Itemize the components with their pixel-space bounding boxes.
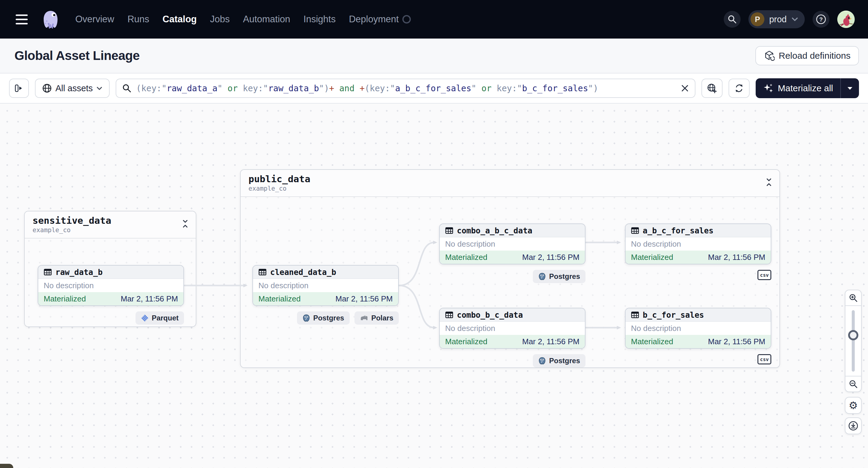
status-timestamp: Mar 2, 11:56 PM: [336, 294, 393, 304]
refresh-button[interactable]: [728, 79, 750, 98]
nav-item-automation[interactable]: Automation: [243, 14, 290, 25]
asset-node-header: combo_a_b_c_data: [440, 224, 585, 237]
zoom-in-icon: [849, 293, 858, 302]
edge-cleaned-to-combo-bc: [399, 285, 434, 327]
status-timestamp: Mar 2, 11:56 PM: [522, 337, 580, 346]
nav-item-deployment[interactable]: Deployment: [349, 14, 399, 25]
status-timestamp: Mar 2, 11:56 PM: [708, 253, 765, 262]
zoom-in-button[interactable]: [845, 290, 861, 306]
deployment-name: prod: [769, 14, 787, 24]
zoom-out-icon: [849, 379, 858, 388]
asset-description: No description: [440, 322, 585, 335]
deployment-initial-badge: P: [750, 12, 765, 26]
asset-status-row: Materialized Mar 2, 11:56 PM: [625, 335, 771, 348]
table-icon: [258, 268, 267, 276]
graph-settings-button[interactable]: ⚙: [845, 397, 862, 414]
asset-node-b-c-for-sales[interactable]: b_c_for_sales No description Materialize…: [625, 308, 771, 349]
clear-search-button[interactable]: [681, 84, 689, 92]
search-button[interactable]: [724, 11, 741, 28]
kind-tag-postgres[interactable]: Postgres: [297, 311, 350, 325]
status-label: Materialized: [631, 253, 673, 262]
panel-expand-icon: [14, 84, 24, 93]
refresh-icon: [734, 83, 744, 93]
zoom-slider-track[interactable]: [852, 310, 855, 372]
kind-tag-polars[interactable]: Polars: [354, 311, 399, 325]
help-icon: ?: [816, 14, 826, 24]
asset-status-row: Materialized Mar 2, 11:56 PM: [440, 251, 585, 264]
octopus-logo-icon: [41, 10, 60, 29]
globe-icon: [42, 84, 52, 93]
user-avatar[interactable]: [837, 10, 855, 28]
search-query[interactable]: (key:"raw_data_a" or key:"raw_data_b")+ …: [136, 84, 676, 93]
hamburger-menu-button[interactable]: [16, 13, 30, 25]
reload-definitions-button[interactable]: Reload definitions: [755, 46, 859, 65]
kind-tag-csv[interactable]: csv: [757, 270, 771, 280]
lineage-toolbar: All assets (key:"raw_data_a" or key:"raw…: [0, 73, 868, 103]
kind-tag-postgres[interactable]: Postgres: [533, 270, 586, 283]
asset-node-header: a_b_c_for_sales: [625, 224, 771, 237]
download-icon: [848, 421, 858, 431]
materialize-all-button[interactable]: Materialize all: [756, 78, 840, 98]
corner-overlay: [0, 464, 13, 468]
nav-item-jobs[interactable]: Jobs: [210, 14, 229, 25]
materialize-options-caret[interactable]: [840, 78, 859, 98]
dagster-logo[interactable]: [41, 10, 60, 29]
postgres-icon: [538, 273, 546, 280]
filter-scope-globe-button[interactable]: [702, 79, 722, 98]
asset-node-combo-b-c-data[interactable]: combo_b_c_data No description Materializ…: [439, 308, 586, 349]
nav-item-runs[interactable]: Runs: [127, 14, 149, 25]
deployment-loading-spinner: [402, 15, 411, 24]
nav-item-overview[interactable]: Overview: [75, 14, 114, 25]
gear-icon: ⚙: [849, 400, 858, 410]
table-icon: [44, 268, 52, 276]
asset-node-wrap: a_b_c_for_sales No description Materiali…: [625, 223, 771, 280]
asset-description: No description: [253, 279, 398, 292]
postgres-icon: [302, 314, 310, 322]
asset-search-input[interactable]: (key:"raw_data_a" or key:"raw_data_b")+ …: [116, 79, 695, 98]
asset-description: No description: [625, 237, 771, 251]
csv-icon: csv: [760, 356, 769, 362]
asset-name: b_c_for_sales: [643, 311, 704, 319]
status-timestamp: Mar 2, 11:56 PM: [522, 253, 580, 262]
asset-node-raw-data-b[interactable]: raw_data_b No description Materialized M…: [38, 265, 184, 306]
kind-tag-postgres[interactable]: Postgres: [533, 354, 586, 367]
asset-node-combo-a-b-c-data[interactable]: combo_a_b_c_data No description Material…: [439, 223, 586, 264]
status-label: Materialized: [258, 294, 301, 304]
deployment-switcher[interactable]: P prod: [748, 10, 805, 28]
asset-node-wrap: b_c_for_sales No description Materialize…: [625, 308, 771, 365]
search-icon: [122, 84, 131, 93]
nav-item-catalog[interactable]: Catalog: [163, 14, 197, 25]
chevron-down-icon: [792, 17, 798, 21]
kind-tags: Postgres Polars: [252, 311, 399, 325]
kind-tags: Postgres: [439, 270, 586, 283]
zoom-controls: [845, 290, 862, 392]
kind-tag-csv[interactable]: csv: [757, 354, 771, 365]
asset-node-cleaned-data-b[interactable]: cleaned_data_b No description Materializ…: [252, 265, 399, 306]
asset-description: No description: [625, 322, 771, 335]
asset-name: a_b_c_for_sales: [643, 226, 713, 235]
edge-cleaned-to-combo-abc: [399, 243, 434, 285]
csv-icon: csv: [760, 272, 769, 278]
help-button[interactable]: ?: [813, 11, 830, 28]
reload-definitions-label: Reload definitions: [779, 51, 851, 61]
asset-node-a-b-c-for-sales[interactable]: a_b_c_for_sales No description Materiali…: [625, 223, 771, 264]
asset-scope-label: All assets: [55, 84, 93, 93]
zoom-slider-handle[interactable]: [848, 330, 858, 340]
kind-tag-label: Polars: [371, 314, 393, 322]
zoom-slider[interactable]: [845, 306, 861, 376]
zoom-out-button[interactable]: [845, 376, 861, 392]
globe-add-icon: [707, 83, 717, 93]
download-image-button[interactable]: [845, 417, 862, 434]
asset-scope-dropdown[interactable]: All assets: [35, 79, 110, 98]
asset-name: cleaned_data_b: [270, 268, 336, 277]
asset-node-header: cleaned_data_b: [253, 266, 398, 279]
kind-tag-parquet[interactable]: Parquet: [135, 311, 184, 325]
nav-item-insights[interactable]: Insights: [304, 14, 336, 25]
kind-tags: Postgres: [439, 354, 586, 367]
sparkles-icon: [763, 83, 774, 94]
parquet-icon: [141, 314, 149, 322]
open-sidebar-button[interactable]: [9, 79, 29, 98]
status-label: Materialized: [631, 337, 673, 346]
asset-lineage-canvas[interactable]: sensitive_data example_co public_data ex…: [0, 103, 868, 468]
asset-node-wrap: raw_data_b No description Materialized M…: [38, 265, 184, 325]
